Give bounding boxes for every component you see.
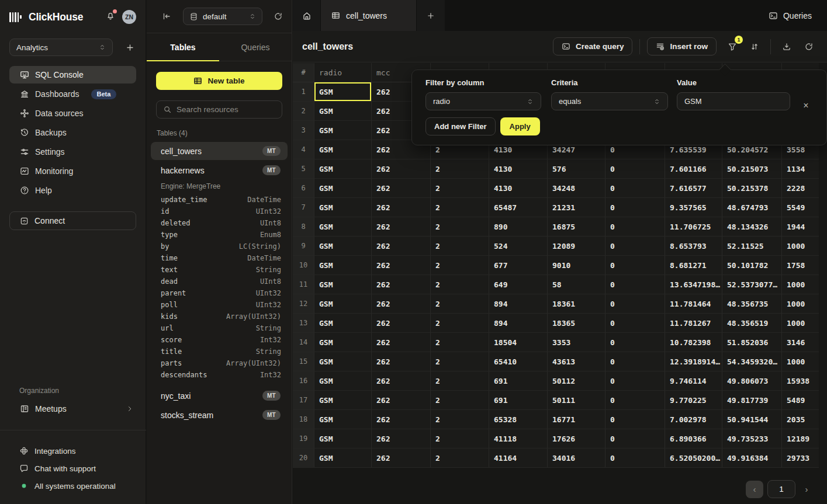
tab-queries[interactable]: Queries [219, 33, 292, 61]
sidebar-item-integrations[interactable]: Integrations [9, 442, 137, 460]
table-cell[interactable]: 52.5373077… [722, 275, 782, 294]
table-cell[interactable]: 41118 [489, 429, 548, 449]
add-workspace-button[interactable] [123, 41, 136, 54]
table-cell[interactable]: 50111 [548, 391, 605, 410]
filter-value-input[interactable] [677, 92, 790, 110]
table-cell[interactable]: 29733 [782, 449, 819, 468]
table-cell[interactable]: 34248 [548, 179, 605, 198]
row-number[interactable]: 10 [293, 256, 314, 275]
schema-field[interactable]: timeDateTime [161, 252, 282, 264]
table-cell[interactable]: 2 [431, 179, 489, 198]
table-cell[interactable]: 262 [372, 159, 431, 179]
table-cell[interactable]: 50112 [548, 371, 605, 391]
table-cell[interactable]: 3146 [782, 333, 819, 352]
table-cell[interactable]: 2 [431, 333, 489, 352]
table-cell[interactable]: GSM [314, 391, 372, 410]
database-select[interactable]: default [183, 8, 262, 25]
row-number[interactable]: 6 [293, 179, 314, 198]
schema-field[interactable]: descendantsInt32 [161, 369, 282, 381]
table-cell[interactable]: GSM [314, 237, 372, 256]
row-number[interactable]: 8 [293, 217, 314, 237]
schema-field[interactable]: deadUInt8 [161, 276, 282, 287]
table-cell[interactable]: 894 [489, 294, 548, 314]
table-cell[interactable]: 2 [431, 294, 489, 314]
connect-button[interactable]: Connect [9, 211, 136, 230]
selected-cell[interactable]: GSM [314, 82, 372, 102]
schema-field[interactable]: titleString [161, 346, 282, 357]
table-cell[interactable]: 6.890366 [665, 429, 722, 449]
table-cell[interactable]: 10.782398 [665, 333, 722, 352]
table-cell[interactable]: GSM [314, 179, 372, 198]
table-cell[interactable]: GSM [314, 294, 372, 314]
table-cell[interactable]: 16771 [548, 410, 605, 429]
table-cell[interactable]: 4130 [489, 159, 548, 179]
table-cell[interactable]: 0 [605, 429, 665, 449]
table-cell[interactable]: 0 [605, 294, 665, 314]
table-cell[interactable]: 11.781464 [665, 294, 722, 314]
table-cell[interactable]: 262 [372, 314, 431, 333]
schema-field[interactable]: byLC(String) [161, 241, 282, 252]
table-cell[interactable]: 8.653793 [665, 237, 722, 256]
table-cell[interactable]: 2 [431, 237, 489, 256]
table-cell[interactable]: 50.941544 [722, 410, 782, 429]
table-cell[interactable]: GSM [314, 140, 372, 159]
apply-filter-button[interactable]: Apply [500, 117, 540, 135]
table-cell[interactable]: 262 [372, 275, 431, 294]
refresh-explorer-icon[interactable] [274, 12, 283, 21]
row-number[interactable]: 11 [293, 275, 314, 294]
table-cell[interactable]: 11.781267 [665, 314, 722, 333]
table-cell[interactable]: GSM [314, 102, 372, 121]
table-cell[interactable]: 65410 [489, 352, 548, 371]
table-cell[interactable]: 9.746114 [665, 371, 722, 391]
filter-button[interactable]: 1 [724, 38, 741, 55]
schema-field[interactable]: typeEnum8 [161, 229, 282, 241]
table-cell[interactable]: 7.616577 [665, 179, 722, 198]
schema-field[interactable]: idUInt32 [161, 206, 282, 217]
table-cell[interactable]: 0 [605, 217, 665, 237]
sidebar-item-settings[interactable]: Settings [9, 143, 136, 161]
table-cell[interactable]: GSM [314, 314, 372, 333]
sidebar-item-monitoring[interactable]: Monitoring [9, 162, 136, 180]
table-cell[interactable]: 576 [548, 159, 605, 179]
table-cell[interactable]: 50.215073 [722, 159, 782, 179]
table-cell[interactable]: 1000 [782, 352, 819, 371]
avatar[interactable]: ZN [122, 10, 136, 24]
row-number[interactable]: 16 [293, 371, 314, 391]
row-number[interactable]: 15 [293, 352, 314, 371]
schema-field[interactable]: partsArray(UInt32) [161, 357, 282, 369]
table-cell[interactable]: 262 [372, 391, 431, 410]
row-number[interactable]: 1 [293, 82, 314, 102]
sidebar-item-backups[interactable]: Backups [9, 124, 136, 141]
table-cell[interactable]: 0 [605, 179, 665, 198]
schema-field[interactable]: deletedUInt8 [161, 217, 282, 229]
table-cell[interactable]: 262 [372, 256, 431, 275]
table-cell[interactable]: 1000 [782, 237, 819, 256]
table-cell[interactable]: 524 [489, 237, 548, 256]
table-cell[interactable]: 262 [372, 217, 431, 237]
table-cell[interactable]: 0 [605, 237, 665, 256]
table-cell[interactable]: 262 [372, 371, 431, 391]
table-cell[interactable]: 2035 [782, 410, 819, 429]
row-number[interactable]: 9 [293, 237, 314, 256]
table-cell[interactable]: 262 [372, 237, 431, 256]
table-cell[interactable]: 262 [372, 294, 431, 314]
schema-field[interactable]: kidsArray(UInt32) [161, 311, 282, 322]
create-query-button[interactable]: Create query [553, 37, 633, 55]
table-cell[interactable]: 691 [489, 371, 548, 391]
table-cell[interactable]: 12089 [548, 237, 605, 256]
table-cell[interactable]: 1000 [782, 275, 819, 294]
table-cell[interactable]: 2 [431, 159, 489, 179]
table-cell[interactable]: 262 [372, 333, 431, 352]
schema-field[interactable]: pollUInt32 [161, 299, 282, 311]
table-cell[interactable]: 2 [431, 429, 489, 449]
table-cell[interactable]: 262 [372, 410, 431, 429]
sidebar-item-all-systems-operational[interactable]: All systems operational [9, 477, 137, 495]
sort-button[interactable] [746, 38, 763, 55]
filter-criteria-select[interactable]: equals [551, 92, 668, 110]
home-button[interactable] [293, 0, 321, 31]
row-number[interactable]: 7 [293, 198, 314, 217]
table-item-cell-towers[interactable]: cell_towersMT [151, 142, 288, 160]
table-cell[interactable]: GSM [314, 371, 372, 391]
next-page-button[interactable]: › [800, 481, 814, 498]
table-cell[interactable]: 2 [431, 314, 489, 333]
